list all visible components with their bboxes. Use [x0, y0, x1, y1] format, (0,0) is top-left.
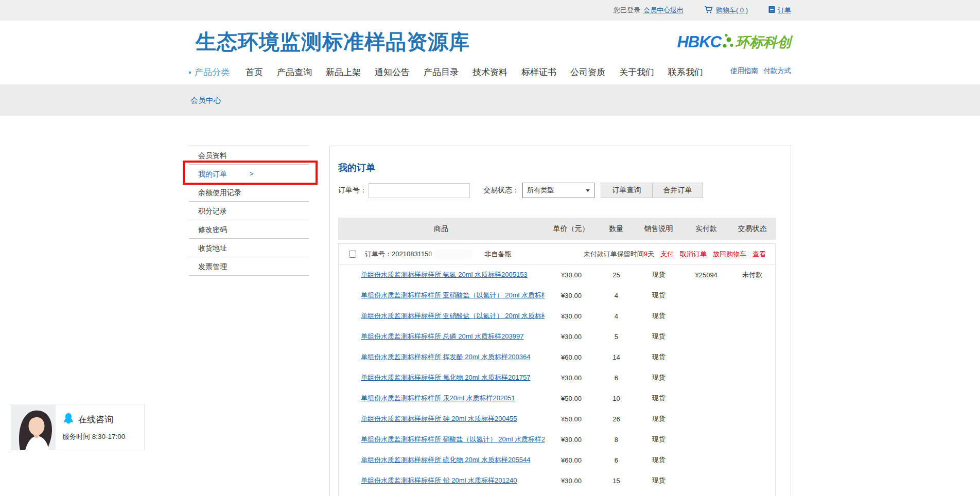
- product-name-cell: 单组份水质监测标样标样所 总磷 20ml 水质标样203997: [339, 332, 545, 341]
- product-link[interactable]: 单组份水质监测标样标样所 亚硝酸盐（以氮计） 20ml 水质标样200644: [361, 312, 545, 320]
- cart-link[interactable]: 购物车( 0 ): [716, 6, 748, 15]
- nav-item[interactable]: 新品上架: [326, 66, 361, 78]
- order-action-link[interactable]: 放回购物车: [713, 250, 746, 259]
- site-logo-title: 生态环境监测标准样品资源库: [196, 28, 470, 56]
- order-action-link[interactable]: 查看: [752, 250, 766, 259]
- sidebar-item-label: 会员资料: [198, 146, 227, 164]
- qq-icon: [63, 413, 74, 426]
- member-logout-link[interactable]: 会员中心退出: [643, 6, 684, 15]
- product-qty: 5: [598, 333, 634, 341]
- product-price: ¥30.00: [545, 312, 599, 320]
- nav-item[interactable]: 首页: [246, 66, 263, 78]
- product-link[interactable]: 单组份水质监测标样标样所 砷 20ml 水质标样200455: [361, 415, 517, 422]
- order-product-row: 单组份水质监测标样标样所 砷 20ml 水质标样200455¥50.0026现货: [339, 409, 775, 429]
- orders-group[interactable]: 订单: [768, 6, 791, 15]
- product-name-cell: 单组份水质监测标样标样所 氨氮 20ml 水质标样2005153: [339, 270, 545, 279]
- product-sales-note: 现货: [634, 476, 683, 485]
- nav-item[interactable]: 联系我们: [668, 66, 703, 78]
- order-product-row: 单组份水质监测标样标样所 硫化物 20ml 水质标样205544¥60.006现…: [339, 450, 775, 470]
- product-name-cell: 单组份水质监测标样标样所 氟化物 20ml 水质标样201757: [339, 373, 545, 382]
- product-link[interactable]: 单组份水质监测标样标样所 挥发酚 20ml 水质标样200364: [361, 353, 530, 361]
- cart-icon: [704, 6, 713, 15]
- sidebar-item-label: 收货地址: [198, 239, 227, 257]
- merge-orders-button[interactable]: 合并订单: [652, 183, 703, 198]
- sidebar-item[interactable]: 积分记录: [189, 202, 309, 220]
- nav-item[interactable]: 技术资料: [472, 66, 507, 78]
- order-product-row: 单组份水质监测标样标样所 挥发酚 20ml 水质标样200364¥60.0014…: [339, 347, 775, 367]
- product-link[interactable]: 单组份水质监测标样标样所 汞20ml 水质标样202051: [361, 394, 515, 402]
- order-product-row: 单组份水质监测标样标样所 亚硝酸盐（以氮计） 20ml 水质标样200643¥3…: [339, 285, 775, 306]
- order-product-row: 单组份水质监测标样标样所 氟化物 20ml 水质标样201757¥30.006现…: [339, 367, 775, 388]
- cart-group[interactable]: 购物车( 0 ): [704, 6, 748, 15]
- table-header-cell: 交易状态: [729, 224, 775, 234]
- order-query-button[interactable]: 订单查询: [601, 183, 653, 198]
- member-sidebar: 会员资料我的订单>余额使用记录积分记录修改密码收货地址发票管理: [189, 146, 309, 276]
- product-link[interactable]: 单组份水质监测标样标样所 总磷 20ml 水质标样203997: [361, 332, 523, 340]
- sidebar-item[interactable]: 会员资料: [189, 146, 309, 165]
- nav-item[interactable]: 标样证书: [521, 66, 556, 78]
- nav-right-links: 使用指南付款方式: [730, 66, 791, 76]
- product-name-cell: 单组份水质监测标样标样所 砷 20ml 水质标样200455: [339, 414, 545, 423]
- order-product-row: 单组份水质监测标样标样所 氨氮 20ml 水质标样2005153¥30.0025…: [339, 264, 775, 285]
- logged-in-text: 您已登录: [614, 6, 640, 15]
- product-trade-status: 未付款: [729, 270, 775, 279]
- order-action-link[interactable]: 支付: [660, 250, 674, 259]
- product-link[interactable]: 单组份水质监测标样标样所 氨氮 20ml 水质标样2005153: [361, 271, 528, 278]
- sidebar-item[interactable]: 收货地址: [189, 239, 309, 257]
- brand-logo: HBKC 环标科创: [677, 33, 791, 51]
- sidebar-item[interactable]: 余额使用记录: [189, 183, 309, 202]
- table-header-cell: 数量: [598, 224, 634, 234]
- online-consult-widget[interactable]: 在线咨询 服务时间 8:30-17:00: [10, 404, 145, 450]
- product-price: ¥30.00: [545, 477, 599, 485]
- product-link[interactable]: 单组份水质监测标样标样所 硫化物 20ml 水质标样205544: [361, 456, 530, 464]
- nav-product-category[interactable]: 产品分类: [189, 66, 230, 78]
- nav-item[interactable]: 通知公告: [375, 66, 410, 78]
- product-sales-note: 现货: [634, 332, 683, 341]
- table-header-cell: 实付款: [683, 224, 729, 234]
- sidebar-item[interactable]: 发票管理: [189, 257, 309, 276]
- topbar: 您已登录 会员中心退出 购物车( 0 ) 订单: [0, 0, 980, 21]
- nav-item[interactable]: 公司资质: [570, 66, 605, 78]
- status-label: 交易状态：: [483, 186, 519, 195]
- status-select-value: 所有类型: [527, 186, 554, 195]
- sidebar-item[interactable]: 我的订单>: [189, 165, 309, 183]
- chevron-right-icon: >: [250, 165, 254, 183]
- chevron-down-icon: [586, 189, 590, 192]
- order-checkbox[interactable]: [349, 251, 356, 258]
- product-price: ¥30.00: [545, 436, 599, 444]
- table-header-cell: 单价（元）: [544, 224, 598, 234]
- product-link[interactable]: 单组份水质监测标样标样所 氟化物 20ml 水质标样201757: [361, 374, 530, 381]
- header-utility-link[interactable]: 付款方式: [763, 66, 791, 76]
- product-name-cell: 单组份水质监测标样标样所 亚硝酸盐（以氮计） 20ml 水质标样200643: [339, 291, 545, 300]
- nav-item[interactable]: 关于我们: [619, 66, 654, 78]
- page-title: 我的订单: [338, 162, 375, 174]
- orders-icon: [768, 6, 775, 15]
- product-name-cell: 单组份水质监测标样标样所 挥发酚 20ml 水质标样200364: [339, 352, 545, 362]
- sidebar-item[interactable]: 修改密码: [189, 220, 309, 239]
- order-product-row: 单组份水质监测标样标样所 亚硝酸盐（以氮计） 20ml 水质标样200644¥3…: [339, 306, 775, 326]
- orders-link[interactable]: 订单: [778, 6, 791, 15]
- sidebar-item-label: 积分记录: [198, 202, 227, 220]
- brand-logo-en: HBKC: [677, 33, 721, 51]
- product-qty: 25: [598, 271, 634, 279]
- product-link[interactable]: 单组份水质监测标样标样所 铅 20ml 水质标样201240: [361, 476, 517, 484]
- sidebar-item-label: 我的订单: [198, 165, 227, 183]
- header: 生态环境监测标准样品资源库 HBKC 环标科创 产品分类 首页产品查询新品上架通…: [0, 21, 980, 84]
- nav-item[interactable]: 产品目录: [424, 66, 459, 78]
- product-qty: 4: [598, 292, 634, 299]
- agent-photo: [11, 405, 56, 450]
- bottle-note: 非自备瓶: [485, 250, 512, 259]
- nav-item[interactable]: 产品查询: [277, 66, 312, 78]
- product-name-cell: 单组份水质监测标样标样所 亚硝酸盐（以氮计） 20ml 水质标样200644: [339, 311, 545, 321]
- consult-hours: 服务时间 8:30-17:00: [62, 432, 125, 441]
- table-header-cell: 商品: [338, 224, 544, 234]
- product-qty: 6: [598, 456, 634, 464]
- order-no-input[interactable]: [369, 183, 470, 198]
- status-select[interactable]: 所有类型: [522, 183, 594, 198]
- header-utility-link[interactable]: 使用指南: [730, 66, 758, 76]
- product-price: ¥30.00: [545, 292, 599, 299]
- product-link[interactable]: 单组份水质监测标样标样所 亚硝酸盐（以氮计） 20ml 水质标样200643: [361, 291, 545, 299]
- product-link[interactable]: 单组份水质监测标样标样所 硝酸盐（以氮计） 20ml 水质标样200850: [361, 435, 545, 443]
- sidebar-item-label: 余额使用记录: [198, 183, 241, 201]
- order-action-link[interactable]: 取消订单: [680, 250, 707, 259]
